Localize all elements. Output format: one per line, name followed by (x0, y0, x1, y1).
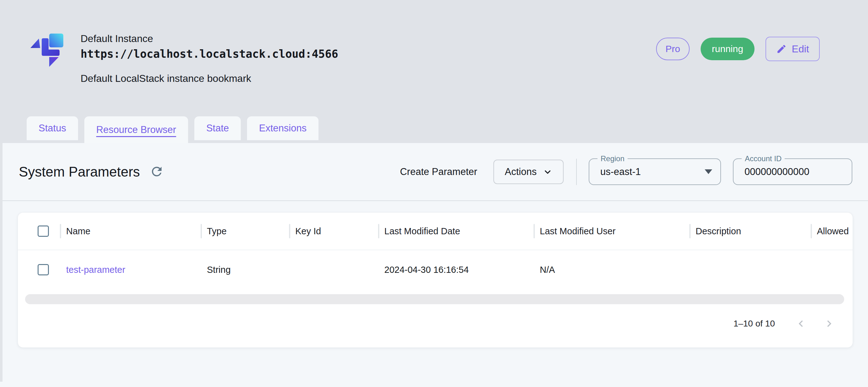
pagination-range: 1–10 of 10 (734, 319, 775, 329)
pencil-icon (776, 43, 787, 54)
parameter-last-modified-date: 2024-04-30 16:16:54 (384, 265, 469, 275)
localstack-instance-page: Default Instance https://localhost.local… (0, 0, 868, 387)
parameter-type: String (207, 265, 231, 275)
column-header-last-modified-user: Last Modified User (540, 226, 616, 236)
tab-status[interactable]: Status (27, 116, 78, 140)
parameters-table: Name Type Key Id Last Modified Date Last… (18, 213, 852, 289)
actions-button-label: Actions (505, 166, 537, 178)
chevron-down-icon (543, 167, 552, 177)
status-badge: running (701, 38, 754, 60)
region-select-value: us-east-1 (589, 166, 641, 178)
instance-title: Default Instance (81, 33, 338, 44)
table-row: test-parameter String 2024-04-30 16:16:5… (18, 250, 852, 289)
actions-button[interactable]: Actions (493, 160, 564, 184)
pagination: 1–10 of 10 (18, 304, 852, 348)
account-id-field: Account ID (733, 158, 852, 185)
tab-state[interactable]: State (194, 116, 241, 140)
tab-label: Status (38, 123, 66, 134)
column-header-type: Type (207, 226, 227, 236)
resource-browser-panel: System Parameters Create Parameter Actio… (0, 143, 868, 382)
horizontal-scrollbar (25, 294, 844, 304)
edit-button-label: Edit (792, 43, 809, 55)
parameter-last-modified-user: N/A (540, 265, 555, 275)
refresh-button[interactable] (149, 164, 164, 179)
localstack-logo-icon (30, 33, 64, 67)
section-divider (0, 200, 868, 201)
instance-tabbar: Status Resource Browser State Extensions (0, 116, 868, 143)
create-parameter-button[interactable]: Create Parameter (400, 166, 477, 178)
column-header-description: Description (695, 226, 741, 236)
tab-resource-browser[interactable]: Resource Browser (84, 116, 188, 143)
refresh-icon (150, 164, 164, 179)
select-all-checkbox[interactable] (38, 226, 49, 237)
toolbar-divider (576, 159, 577, 185)
region-select[interactable]: Region us-east-1 (589, 158, 721, 185)
tab-label: State (206, 123, 229, 134)
toolbar: System Parameters Create Parameter Actio… (0, 143, 868, 200)
horizontal-scrollbar-thumb[interactable] (25, 294, 844, 304)
dropdown-arrow-icon (705, 169, 712, 174)
column-header-name: Name (66, 226, 90, 236)
chevron-right-icon (823, 317, 836, 330)
edit-button[interactable]: Edit (766, 37, 820, 61)
instance-header: Default Instance https://localhost.local… (0, 0, 868, 143)
window-edge (0, 143, 2, 382)
column-header-key-id: Key Id (295, 226, 321, 236)
column-header-last-modified-date: Last Modified Date (384, 226, 460, 236)
next-page-button[interactable] (823, 317, 836, 330)
instance-subtitle: Default LocalStack instance bookmark (81, 73, 338, 84)
column-header-allowed: Allowed (817, 226, 849, 236)
page-title: System Parameters (19, 164, 140, 180)
instance-url: https://localhost.localstack.cloud:4566 (81, 48, 338, 60)
chevron-left-icon (794, 317, 807, 330)
previous-page-button[interactable] (794, 317, 807, 330)
tab-extensions[interactable]: Extensions (247, 116, 318, 140)
tab-label: Resource Browser (96, 124, 176, 136)
parameters-table-card: Name Type Key Id Last Modified Date Last… (18, 213, 852, 348)
tab-label: Extensions (259, 123, 307, 134)
row-checkbox[interactable] (38, 264, 49, 275)
table-header-row: Name Type Key Id Last Modified Date Last… (18, 213, 852, 250)
account-id-label: Account ID (742, 154, 785, 163)
region-select-label: Region (597, 154, 627, 163)
parameter-name-link[interactable]: test-parameter (66, 265, 125, 275)
plan-badge: Pro (656, 38, 690, 60)
